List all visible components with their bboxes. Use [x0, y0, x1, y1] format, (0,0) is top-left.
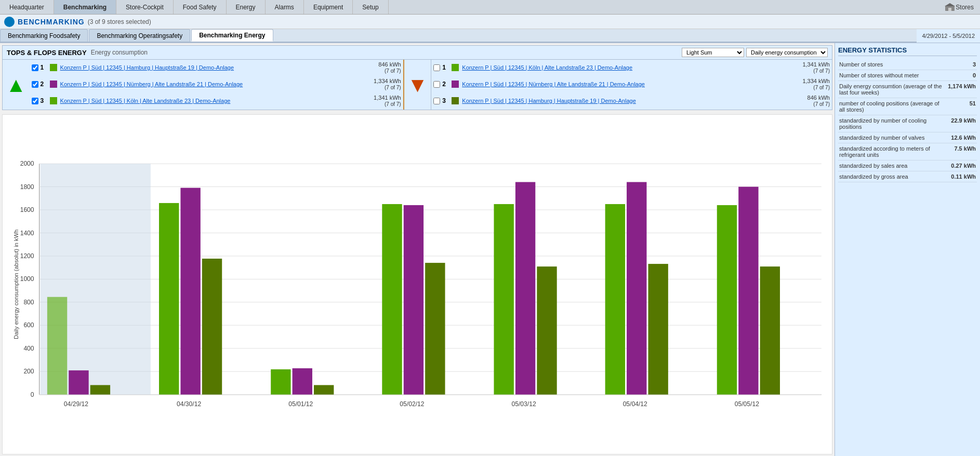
stat-value-0: 3 [947, 61, 976, 68]
flop-rank-1-num: 1 [442, 64, 449, 71]
group4-bar2 [404, 205, 423, 395]
rankings-container: ▲ 1 Konzern P | Süd | 12345 | Hamburg | … [3, 60, 832, 110]
group4-bar1 [382, 204, 402, 395]
group7-bar2 [738, 187, 758, 395]
group1-bar3 [90, 385, 110, 394]
tab-bar: Benchmarking Foodsafety Benchmarking Ope… [0, 29, 917, 43]
flop-rank-3-checkbox[interactable] [433, 98, 440, 104]
stores-label: Stores [956, 4, 974, 11]
top-rank-2-link[interactable]: Konzern P | Süd | 12345 | Nürnberg | Alt… [60, 81, 360, 87]
stat-label-3: number of cooling positions (average of … [839, 100, 947, 113]
flop-rank-2-num: 2 [442, 81, 449, 88]
flop-rank-3-value: 846 kWh(7 of 7) [788, 95, 830, 107]
stat-row-5: standardized by number of valves 12.6 kW… [838, 132, 977, 143]
group5-label: 05/03/12 [511, 400, 536, 408]
svg-text:600: 600 [23, 321, 34, 329]
flop-rank-2-value: 1,334 kWh(7 of 7) [788, 78, 830, 90]
group3-bar3 [314, 385, 334, 394]
top-rank-3: 3 Konzern P | Süd | 12345 | Köln | Alte … [30, 93, 403, 109]
tops-title: TOPS & FLOPS ENERGY [7, 49, 87, 57]
top-nav: Headquarter Benchmarking Store-Cockpit F… [0, 0, 980, 15]
svg-text:0: 0 [31, 391, 34, 398]
stat-value-1: 0 [947, 72, 976, 78]
top-rank-3-link[interactable]: Konzern P | Süd | 12345 | Köln | Alte La… [60, 98, 360, 104]
stat-label-8: standardized by gross area [839, 173, 947, 180]
group4-label: 05/02/12 [400, 400, 424, 408]
flop-rank-2-color [452, 81, 459, 88]
flop-rank-2-link[interactable]: Konzern P | Süd | 12345 | Nürnberg | Alt… [462, 81, 788, 87]
stat-value-4: 22.9 kWh [947, 117, 976, 124]
stat-label-5: standardized by number of valves [839, 135, 947, 141]
energy-consumption-dropdown[interactable]: Daily energy consumption [746, 48, 828, 57]
flops-list: 1 Konzern P | Süd | 12345 | Köln | Alte … [431, 60, 832, 110]
top-rank-1-color [50, 64, 57, 71]
top-rank-2-num: 2 [41, 81, 48, 88]
tab-energy[interactable]: Benchmarking Energy [191, 29, 273, 42]
flop-rank-2-checkbox[interactable] [433, 81, 440, 88]
company-logo [4, 17, 15, 27]
nav-benchmarking[interactable]: Benchmarking [54, 0, 116, 14]
flop-rank-1-link[interactable]: Konzern P | Süd | 12345 | Köln | Alte La… [462, 64, 788, 71]
nav-energy[interactable]: Energy [227, 0, 266, 14]
nav-store-cockpit[interactable]: Store-Cockpit [116, 0, 174, 14]
stores-nav[interactable]: Stores [938, 0, 980, 14]
top-rank-1-checkbox[interactable] [32, 64, 38, 71]
top-rank-2-value: 1,334 kWh(7 of 7) [360, 78, 401, 90]
bar-chart: Daily energy consumption (absolut) in kW… [3, 115, 832, 454]
top-rank-2: 2 Konzern P | Süd | 12345 | Nürnberg | A… [30, 76, 403, 92]
light-sum-dropdown[interactable]: Light Sum [682, 48, 744, 57]
top-rank-3-num: 3 [41, 97, 48, 104]
top-rank-2-checkbox[interactable] [32, 81, 38, 88]
tops-flops-panel: TOPS & FLOPS ENERGY Energy consumption L… [2, 45, 832, 110]
flop-rank-1-checkbox[interactable] [433, 64, 440, 71]
stat-value-6: 7.5 kWh [947, 145, 976, 152]
stat-row-4: standardized by number of cooling positi… [838, 115, 977, 132]
stat-row-0: Number of stores 3 [838, 59, 977, 70]
flop-rank-3: 3 Konzern P | Süd | 12345 | Hamburg | Ha… [431, 93, 832, 109]
stat-row-3: number of cooling positions (average of … [838, 98, 977, 115]
stores-icon [944, 3, 956, 12]
stat-label-0: Number of stores [839, 61, 947, 68]
stat-label-1: Number of stores without meter [839, 72, 947, 78]
stores-selected: (3 of 9 stores selected) [88, 18, 151, 25]
svg-text:1400: 1400 [20, 230, 34, 237]
stat-label-2: Daily energy consumtion (average of the … [839, 83, 947, 96]
group6-bar1 [605, 204, 625, 395]
group1-label: 04/29/12 [64, 400, 88, 408]
tab-foodsafety[interactable]: Benchmarking Foodsafety [0, 29, 88, 42]
stat-label-7: standardized by sales area [839, 163, 947, 169]
right-panel: ENERGY STATISTICS Number of stores 3 Num… [835, 43, 980, 456]
up-arrow-icon: ▲ [6, 74, 27, 95]
flop-rank-3-link[interactable]: Konzern P | Süd | 12345 | Hamburg | Haup… [462, 98, 788, 104]
group1-bar2 [69, 370, 88, 394]
nav-food-safety[interactable]: Food Safety [174, 0, 227, 14]
stat-row-6: standardized according to meters of refr… [838, 143, 977, 160]
stat-row-7: standardized by sales area 0.27 kWh [838, 160, 977, 171]
group4-bar3 [425, 263, 445, 395]
flop-rank-1: 1 Konzern P | Süd | 12345 | Köln | Alte … [431, 60, 832, 75]
stat-value-5: 12.6 kWh [947, 135, 976, 141]
group2-bar1 [159, 203, 179, 395]
nav-headquarter[interactable]: Headquarter [0, 0, 54, 14]
tab-operatingsafety[interactable]: Benchmarking Operatingsafety [89, 29, 190, 42]
flop-rank-1-color [452, 64, 459, 71]
tops-subtitle: Energy consumption [91, 49, 148, 56]
stats-title: ENERGY STATISTICS [838, 46, 977, 56]
nav-alarms[interactable]: Alarms [266, 0, 304, 14]
flop-rank-3-color [452, 97, 459, 104]
top-rank-1-link[interactable]: Konzern P | Süd | 12345 | Hamburg | Haup… [60, 64, 360, 71]
group2-label: 04/30/12 [177, 400, 201, 408]
group3-bar1 [271, 369, 290, 394]
nav-setup[interactable]: Setup [353, 0, 388, 14]
top-rank-3-checkbox[interactable] [32, 98, 38, 104]
group1-bar1 [47, 297, 67, 395]
group5-bar3 [537, 266, 557, 394]
sub-header: BENCHMARKING (3 of 9 stores selected) [0, 15, 980, 29]
stat-value-2: 1,174 kWh [947, 83, 976, 89]
svg-text:400: 400 [23, 345, 34, 352]
top-rank-1-num: 1 [41, 64, 48, 71]
stat-value-8: 0.11 kWh [947, 173, 976, 180]
group3-label: 05/01/12 [288, 400, 313, 408]
y-axis-title: Daily energy consumption (absolut) in kW… [13, 230, 19, 339]
nav-equipment[interactable]: Equipment [304, 0, 353, 14]
